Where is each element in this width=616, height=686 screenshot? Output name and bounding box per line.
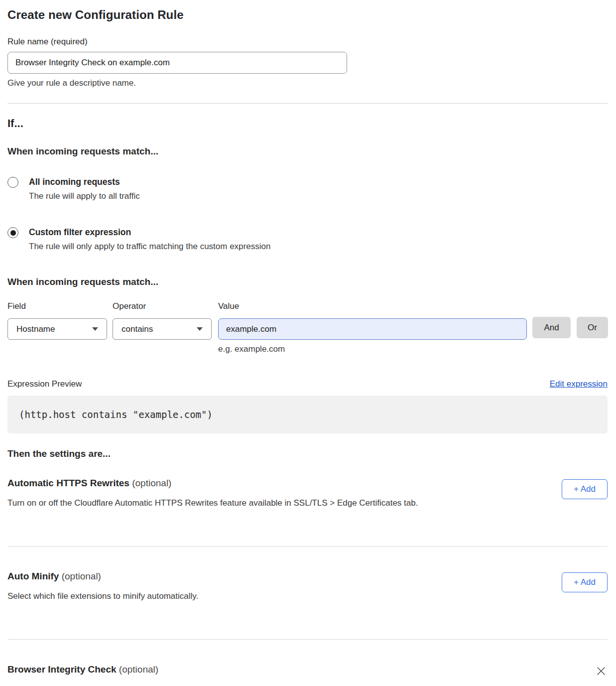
match-heading: When incoming requests match... [7, 146, 608, 157]
radio-option-custom-filter-expression[interactable]: Custom filter expression The rule will o… [7, 227, 608, 252]
builder-heading: When incoming requests match... [7, 276, 608, 287]
radio-option-all-incoming-requests[interactable]: All incoming requests The rule will appl… [7, 177, 608, 201]
setting-browser-integrity-check: Browser Integrity Check (optional) Turn … [7, 664, 608, 686]
rule-name-label: Rule name (required) [7, 37, 608, 47]
value-input[interactable] [218, 318, 527, 340]
radio-option-label: Custom filter expression [29, 227, 270, 238]
field-label: Field [7, 301, 107, 311]
radio-button[interactable] [7, 227, 18, 238]
value-help: e.g. example.com [218, 344, 527, 354]
setting-title: Auto Minify [7, 571, 59, 581]
rule-name-help: Give your rule a descriptive name. [7, 78, 608, 88]
operator-label: Operator [113, 301, 212, 311]
rule-name-input[interactable] [7, 52, 347, 74]
setting-automatic-https-rewrites: Automatic HTTPS Rewrites (optional) Turn… [7, 477, 608, 508]
setting-divider [7, 546, 608, 547]
add-automatic-https-rewrites-button[interactable]: + Add [562, 479, 608, 499]
expression-preview-code: (http.host contains "example.com") [7, 396, 608, 433]
create-configuration-rule-form: Create new Configuration Rule Rule name … [0, 0, 616, 686]
and-button[interactable]: And [532, 317, 571, 338]
setting-optional-tag: (optional) [62, 571, 101, 581]
or-button[interactable]: Or [577, 317, 608, 338]
field-select[interactable]: Hostname [7, 318, 107, 340]
setting-title: Browser Integrity Check [7, 664, 117, 675]
expression-preview-label: Expression Preview [7, 379, 82, 389]
setting-optional-tag: (optional) [119, 664, 158, 675]
setting-optional-tag: (optional) [132, 478, 171, 488]
section-divider [7, 103, 608, 104]
setting-title: Automatic HTTPS Rewrites [7, 478, 129, 488]
setting-divider [7, 639, 608, 640]
page-title: Create new Configuration Rule [7, 8, 608, 22]
edit-expression-link[interactable]: Edit expression [550, 379, 608, 389]
setting-auto-minify: Auto Minify (optional) Select which file… [7, 570, 608, 601]
value-label: Value [218, 301, 527, 311]
setting-description: Select which file extensions to minify a… [7, 591, 198, 601]
if-heading: If... [7, 117, 608, 130]
remove-setting-button[interactable] [595, 665, 608, 678]
operator-select-value: contains [122, 324, 153, 334]
expression-builder-row: Field Hostname Operator contains Value e… [7, 301, 608, 354]
radio-option-description: The rule will only apply to traffic matc… [29, 242, 270, 252]
then-settings-heading: Then the settings are... [7, 448, 608, 459]
setting-description: Turn on or off the Browser Integrity Che… [7, 684, 327, 686]
radio-option-description: The rule will apply to all traffic [29, 191, 140, 201]
setting-description: Turn on or off the Cloudflare Automatic … [7, 498, 418, 508]
field-select-value: Hostname [16, 324, 55, 334]
chevron-down-icon [92, 327, 98, 331]
radio-button[interactable] [7, 177, 18, 188]
operator-select[interactable]: contains [113, 318, 212, 340]
add-auto-minify-button[interactable]: + Add [562, 572, 608, 592]
radio-option-label: All incoming requests [29, 177, 140, 187]
close-icon [596, 671, 607, 678]
chevron-down-icon [197, 327, 203, 331]
expression-preview-header: Expression Preview Edit expression [7, 379, 608, 389]
